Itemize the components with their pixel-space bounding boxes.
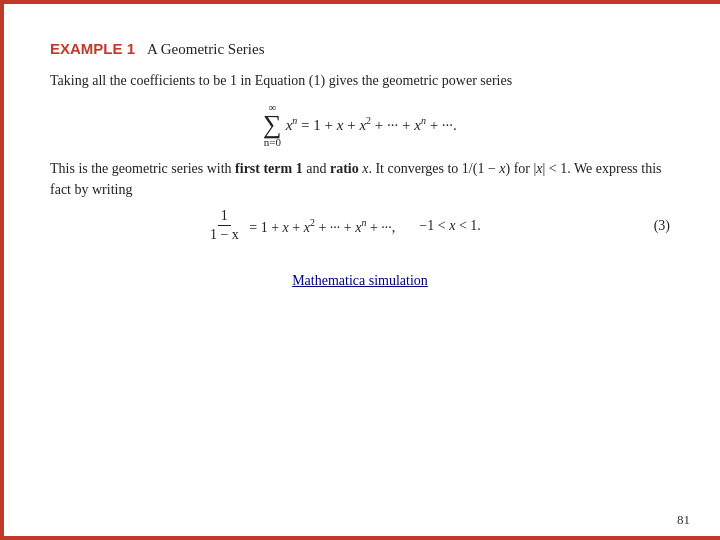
bottom-border bbox=[0, 536, 720, 540]
mathematica-link[interactable]: Mathematica simulation bbox=[50, 273, 670, 289]
sum-bottom: n=0 bbox=[264, 136, 281, 148]
page-number: 81 bbox=[677, 512, 690, 528]
fraction-expr: 1 1 − x bbox=[207, 208, 242, 243]
paragraph-2: This is the geometric series with first … bbox=[50, 158, 670, 200]
equation-3: 1 1 − x = 1 + x + x2 + ··· + xn + ···, −… bbox=[203, 208, 481, 243]
equation-number: (3) bbox=[634, 218, 670, 234]
example-label: EXAMPLE 1 bbox=[50, 40, 135, 57]
eq3-right: = 1 + x + x2 + ··· + xn + ···, bbox=[246, 217, 396, 236]
left-bar bbox=[0, 4, 4, 536]
top-border bbox=[0, 0, 720, 4]
equation-3-row: 1 1 − x = 1 + x + x2 + ··· + xn + ···, −… bbox=[50, 208, 670, 243]
sum-equation: ∞ ∑ n=0 xn = 1 + x + x2 + ··· + xn + ···… bbox=[50, 101, 670, 148]
frac-den: 1 − x bbox=[207, 226, 242, 243]
equation-3-content: 1 1 − x = 1 + x + x2 + ··· + xn + ···, −… bbox=[50, 208, 634, 243]
sum-sigma: ∑ bbox=[263, 113, 282, 136]
sum-expression: xn = 1 + x + x2 + ··· + xn + ···. bbox=[286, 115, 457, 134]
page-content: EXAMPLE 1 A Geometric Series Taking all … bbox=[50, 30, 670, 289]
paragraph-1: Taking all the coefficients to be 1 in E… bbox=[50, 70, 670, 91]
frac-num: 1 bbox=[218, 208, 231, 226]
eq3-condition: −1 < x < 1. bbox=[419, 218, 480, 234]
page: EXAMPLE 1 A Geometric Series Taking all … bbox=[0, 0, 720, 540]
example-header: EXAMPLE 1 A Geometric Series bbox=[50, 40, 670, 58]
example-title: A Geometric Series bbox=[147, 41, 264, 58]
